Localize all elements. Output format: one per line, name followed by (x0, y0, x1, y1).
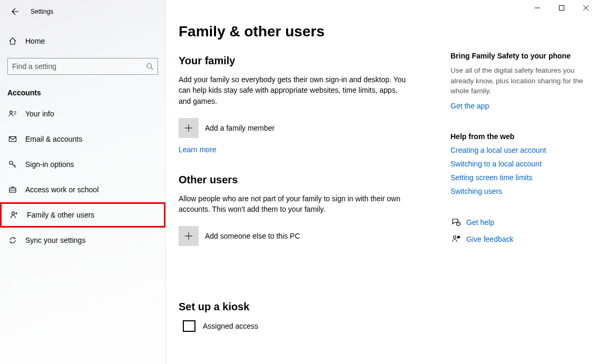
sidebar-home[interactable]: Home (0, 31, 165, 52)
add-other-user-button[interactable]: Add someone else to this PC (179, 226, 450, 246)
svg-point-0 (147, 64, 152, 68)
help-link[interactable]: Setting screen time limits (450, 173, 587, 182)
help-web-heading: Help from the web (450, 132, 587, 141)
assigned-access-button[interactable]: Assigned access (179, 320, 450, 332)
main-area: Family & other users Your family Add you… (166, 0, 598, 364)
help-chat-icon: ? (450, 218, 462, 227)
sidebar-item-label: Sign-in options (25, 160, 74, 169)
add-other-user-label: Add someone else to this PC (205, 232, 300, 240)
help-link[interactable]: Switching to a local account (450, 160, 587, 168)
promo-desc: Use all of the digital safety features y… (450, 65, 587, 96)
maximize-icon (559, 5, 564, 11)
mail-icon (7, 135, 18, 143)
content-column: Family & other users Your family Add you… (166, 0, 450, 364)
minimize-button[interactable] (525, 0, 550, 16)
sidebar-item-your-info[interactable]: Your info (0, 101, 165, 126)
assigned-access-label: Assigned access (203, 322, 258, 330)
sidebar-item-signin-options[interactable]: Sign-in options (0, 152, 165, 177)
get-help-link: Get help (466, 218, 494, 227)
page-title: Family & other users (179, 23, 450, 40)
person-lines-icon (7, 110, 18, 118)
plus-icon (184, 231, 193, 241)
promo-heading: Bring Family Safety to your phone (450, 52, 587, 60)
sidebar: Settings Home Accounts Your info Email &… (0, 0, 166, 364)
your-family-desc: Add your family so everybody gets their … (179, 74, 410, 106)
help-link[interactable]: Switching users (450, 187, 587, 195)
sidebar-item-label: Access work or school (25, 185, 99, 194)
your-family-heading: Your family (179, 55, 450, 67)
add-family-member-label: Add a family member (205, 124, 275, 132)
arrow-left-icon (11, 7, 19, 16)
plus-box (179, 226, 199, 246)
person-add-icon (9, 211, 19, 219)
learn-more-link[interactable]: Learn more (179, 145, 217, 154)
help-link[interactable]: Creating a local user account (450, 146, 587, 154)
sync-icon (7, 236, 18, 244)
search-container (7, 58, 158, 75)
sidebar-item-email-accounts[interactable]: Email & accounts (0, 126, 165, 152)
sidebar-item-label: Family & other users (27, 211, 94, 219)
get-help-row[interactable]: ? Get help (450, 218, 587, 227)
briefcase-icon (7, 185, 18, 194)
svg-text:?: ? (458, 222, 459, 225)
search-icon (146, 63, 153, 70)
give-feedback-row[interactable]: Give feedback (450, 234, 587, 244)
close-icon (583, 5, 589, 11)
add-family-member-button[interactable]: Add a family member (179, 118, 450, 138)
plus-icon (184, 123, 193, 133)
home-icon (7, 37, 18, 45)
get-the-app-link[interactable]: Get the app (450, 102, 587, 110)
sidebar-item-label: Your info (25, 110, 54, 118)
right-rail: Bring Family Safety to your phone Use al… (450, 0, 598, 364)
sidebar-item-label: Email & accounts (25, 135, 82, 143)
plus-box (179, 118, 199, 138)
window-controls (525, 0, 598, 16)
svg-point-5 (12, 212, 14, 214)
svg-point-9 (454, 235, 456, 238)
kiosk-icon (183, 320, 195, 332)
minimize-icon (535, 5, 540, 11)
other-users-desc: Allow people who are not part of your fa… (179, 193, 410, 215)
search-box[interactable] (7, 58, 158, 75)
key-icon (7, 160, 18, 169)
other-users-heading: Other users (179, 174, 450, 186)
back-button[interactable] (7, 4, 22, 19)
sidebar-section-header: Accounts (7, 88, 165, 97)
close-button[interactable] (574, 0, 598, 16)
search-input[interactable] (12, 62, 146, 71)
titlebar: Settings (0, 0, 165, 23)
give-feedback-link: Give feedback (466, 235, 514, 243)
sidebar-home-label: Home (25, 37, 45, 45)
maximize-button[interactable] (550, 0, 574, 16)
kiosk-heading: Set up a kiosk (179, 301, 450, 313)
sidebar-item-sync-settings[interactable]: Sync your settings (0, 228, 165, 253)
window-title: Settings (31, 8, 53, 15)
svg-rect-6 (560, 6, 564, 11)
sidebar-item-family-other-users[interactable]: Family & other users (0, 202, 165, 228)
sidebar-item-access-work-school[interactable]: Access work or school (0, 177, 165, 202)
svg-point-1 (10, 111, 13, 114)
feedback-icon (450, 234, 462, 244)
sidebar-item-label: Sync your settings (25, 236, 85, 244)
